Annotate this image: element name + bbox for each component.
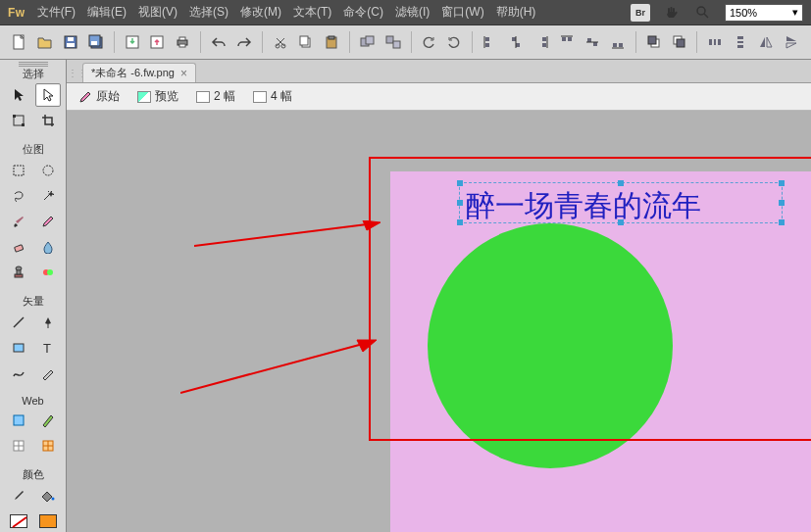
- align-top-button[interactable]: [557, 31, 577, 53]
- handle-mt[interactable]: [618, 180, 624, 186]
- menu-window[interactable]: 窗口(W): [441, 4, 483, 21]
- pointer-tool[interactable]: [6, 83, 31, 107]
- send-back-button[interactable]: [670, 31, 689, 53]
- align-right-button[interactable]: [532, 31, 551, 53]
- show-slices-button[interactable]: [35, 434, 61, 458]
- svg-rect-45: [677, 39, 684, 47]
- menu-select[interactable]: 选择(S): [189, 4, 228, 21]
- align-center-v-button[interactable]: [506, 31, 526, 53]
- canvas-area[interactable]: 醉一场青春的流年: [67, 111, 811, 532]
- view-4up-button[interactable]: 4 幅: [249, 86, 296, 107]
- handle-mr[interactable]: [779, 200, 785, 206]
- replace-color-tool[interactable]: [35, 261, 61, 284]
- save-all-button[interactable]: [86, 31, 106, 53]
- hotspot-tool[interactable]: [6, 409, 31, 432]
- scale-tool[interactable]: [6, 109, 31, 132]
- menu-file[interactable]: 文件(F): [37, 4, 76, 21]
- hide-slices-button[interactable]: [6, 434, 31, 458]
- svg-rect-47: [714, 39, 716, 45]
- svg-rect-25: [485, 43, 489, 47]
- paint-bucket-tool[interactable]: [35, 484, 61, 508]
- svg-rect-31: [542, 43, 546, 47]
- subselection-tool[interactable]: [35, 83, 61, 107]
- bridge-icon[interactable]: Br: [631, 4, 650, 22]
- svg-rect-54: [22, 123, 25, 126]
- magic-wand-tool[interactable]: [35, 184, 61, 208]
- export-button[interactable]: [148, 31, 168, 53]
- svg-rect-40: [619, 43, 623, 47]
- menu-command[interactable]: 命令(C): [343, 4, 383, 21]
- handle-tr[interactable]: [779, 180, 785, 186]
- freeform-tool[interactable]: [6, 362, 31, 385]
- undo-button[interactable]: [209, 31, 228, 53]
- eyedropper-tool[interactable]: [6, 484, 31, 508]
- menu-edit[interactable]: 编辑(E): [87, 4, 127, 21]
- menu-help[interactable]: 帮助(H): [496, 4, 536, 21]
- view-2up-button[interactable]: 2 幅: [192, 86, 239, 107]
- rotate-cw-button[interactable]: [444, 31, 464, 53]
- brush-tool[interactable]: [6, 210, 31, 233]
- handle-mb[interactable]: [618, 219, 624, 225]
- document-tab[interactable]: *未命名 -6.fw.png ×: [82, 63, 196, 82]
- flip-v-button[interactable]: [782, 31, 801, 53]
- bring-front-button[interactable]: [644, 31, 664, 53]
- align-left-button[interactable]: [481, 31, 500, 53]
- close-tab-button[interactable]: ×: [180, 67, 187, 80]
- flip-h-button[interactable]: [756, 31, 776, 53]
- cut-button[interactable]: [271, 31, 290, 53]
- view-preview-button[interactable]: 预览: [133, 86, 182, 107]
- handle-tl[interactable]: [457, 180, 463, 186]
- eraser-tool[interactable]: [6, 235, 31, 259]
- blur-tool[interactable]: [35, 235, 61, 259]
- handle-br[interactable]: [779, 219, 785, 225]
- open-button[interactable]: [35, 31, 55, 53]
- rotate-ccw-button[interactable]: [419, 31, 438, 53]
- align-center-h-button[interactable]: [583, 31, 602, 53]
- svg-rect-67: [14, 415, 24, 425]
- rubber-stamp-tool[interactable]: [6, 261, 31, 284]
- pencil-tool[interactable]: [35, 210, 61, 233]
- redo-button[interactable]: [234, 31, 254, 53]
- print-button[interactable]: [173, 31, 192, 53]
- align-bottom-button[interactable]: [608, 31, 628, 53]
- menu-view[interactable]: 视图(V): [138, 4, 177, 21]
- copy-button[interactable]: [296, 31, 316, 53]
- search-icon[interactable]: [693, 4, 713, 22]
- knife-tool[interactable]: [35, 362, 61, 385]
- hand-icon[interactable]: [662, 4, 682, 22]
- menu-filter[interactable]: 滤镜(I): [395, 4, 430, 21]
- rectangle-tool[interactable]: [6, 336, 31, 360]
- svg-rect-34: [568, 37, 572, 41]
- sidebar-handle[interactable]: [4, 62, 63, 63]
- slice-tool[interactable]: [35, 409, 61, 432]
- handle-bl[interactable]: [457, 219, 463, 225]
- marquee-tool[interactable]: [6, 159, 31, 182]
- lasso-tool[interactable]: [6, 184, 31, 208]
- save-button[interactable]: [61, 31, 80, 53]
- menu-modify[interactable]: 修改(M): [240, 4, 281, 21]
- zoom-field[interactable]: 150% ▾: [725, 4, 803, 22]
- paste-button[interactable]: [322, 31, 341, 53]
- section-vector: 矢量: [23, 294, 44, 309]
- view-original-button[interactable]: 原始: [75, 86, 124, 107]
- distribute-v-button[interactable]: [731, 31, 750, 53]
- text-tool[interactable]: T: [35, 336, 61, 360]
- menu-text[interactable]: 文本(T): [293, 4, 331, 21]
- annotation-arrow-1: [194, 220, 380, 248]
- text-object[interactable]: 醉一场青春的流年: [459, 182, 783, 223]
- stroke-color[interactable]: [6, 509, 31, 532]
- tabstrip-handle[interactable]: ⋮⋮: [73, 63, 82, 82]
- group-button[interactable]: [358, 31, 378, 53]
- ungroup-button[interactable]: [383, 31, 403, 53]
- oval-marquee-tool[interactable]: [35, 159, 61, 182]
- pen-tool[interactable]: [35, 311, 61, 334]
- image-icon: [137, 91, 151, 103]
- new-file-button[interactable]: [10, 31, 29, 53]
- handle-ml[interactable]: [457, 200, 463, 206]
- import-button[interactable]: [123, 31, 142, 53]
- crop-tool[interactable]: [35, 109, 61, 132]
- svg-point-74: [51, 498, 54, 501]
- distribute-h-button[interactable]: [705, 31, 725, 53]
- fill-color[interactable]: [35, 509, 61, 532]
- line-tool[interactable]: [6, 311, 31, 334]
